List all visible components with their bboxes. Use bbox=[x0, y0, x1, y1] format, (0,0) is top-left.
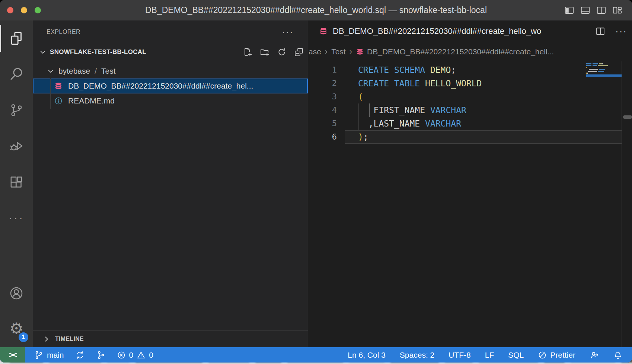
activity-bar-item-explorer[interactable] bbox=[0, 22, 33, 55]
activity-bar-item-more-actions[interactable]: ··· bbox=[0, 201, 33, 234]
current-line-highlight bbox=[345, 130, 622, 144]
ellipsis-icon: ··· bbox=[9, 211, 24, 224]
tab-bar: DB_DEMO_BB##202212152030##ddl##create_he… bbox=[308, 20, 632, 42]
workbench: ···⚙1 EXPLORER ··· SNOWFLAKE-TEST-BB-LOC… bbox=[0, 20, 632, 347]
minimize-button[interactable] bbox=[21, 7, 27, 13]
tab-label: DB_DEMO_BB##202212152030##ddl##create_he… bbox=[333, 26, 541, 36]
tree-file[interactable]: DB_DEMO_BB##202212152030##ddl##create_he… bbox=[33, 79, 308, 93]
formatter-status[interactable]: Prettier bbox=[538, 351, 575, 360]
folder-name: bytebase bbox=[58, 67, 90, 76]
toggle-panel-icon[interactable] bbox=[580, 5, 590, 15]
editor-group: DB_DEMO_BB##202212152030##ddl##create_he… bbox=[308, 20, 632, 347]
breadcrumb-separator: › bbox=[349, 47, 352, 57]
branch-status[interactable]: main bbox=[34, 350, 64, 360]
line-number: 1 bbox=[308, 63, 337, 77]
new-file-icon[interactable] bbox=[242, 47, 253, 57]
language-status[interactable]: SQL bbox=[508, 351, 524, 360]
indentation-status[interactable]: Spaces: 2 bbox=[400, 351, 434, 360]
toggle-primary-sidebar-icon[interactable] bbox=[564, 5, 574, 15]
refresh-explorer-icon[interactable] bbox=[277, 47, 287, 57]
explorer-more-actions-icon[interactable]: ··· bbox=[282, 26, 294, 38]
file-tree: bytebase/TestDB_DEMO_BB##202212152030##d… bbox=[33, 64, 308, 108]
zoom-button[interactable] bbox=[35, 7, 41, 13]
code-editor[interactable]: 123456 CREATE SCHEMA DEMO;CREATE TABLE H… bbox=[308, 61, 632, 347]
file-name: README.md bbox=[68, 96, 115, 105]
window-controls bbox=[7, 7, 41, 13]
activity-bar-item-accounts[interactable] bbox=[0, 277, 33, 310]
slash-circle-icon bbox=[538, 351, 547, 360]
breadcrumb-separator: › bbox=[325, 47, 328, 57]
activity-bar-item-run-debug[interactable] bbox=[0, 130, 33, 162]
notifications-status[interactable] bbox=[613, 351, 622, 360]
new-folder-icon[interactable] bbox=[259, 47, 270, 57]
split-editor-icon[interactable] bbox=[595, 26, 606, 36]
breadcrumb-item[interactable]: ase bbox=[309, 47, 321, 56]
line-number: 3 bbox=[308, 90, 337, 103]
code-line: ); bbox=[358, 130, 368, 144]
eol-status[interactable]: LF bbox=[485, 351, 494, 360]
sync-icon bbox=[75, 350, 85, 360]
breadcrumb-label: DB_DEMO_BB##202212152030##ddl##create_he… bbox=[367, 47, 554, 56]
workspace-section-header[interactable]: SNOWFLAKE-TEST-BB-LOCAL bbox=[33, 44, 308, 61]
folder-separator: / bbox=[94, 67, 98, 76]
chevron-right-icon bbox=[42, 335, 51, 343]
activity-bar-item-search[interactable] bbox=[0, 57, 33, 90]
remote-indicator[interactable]: >< bbox=[0, 347, 25, 363]
extensions-icon bbox=[9, 175, 24, 190]
minimap-line bbox=[586, 73, 622, 74]
sync-status[interactable] bbox=[75, 350, 85, 360]
run-debug-icon bbox=[9, 138, 24, 153]
breadcrumb-item[interactable]: DB_DEMO_BB##202212152030##ddl##create_he… bbox=[356, 47, 554, 56]
breadcrumb-item[interactable]: Test bbox=[331, 47, 346, 56]
scrollbar-thumb[interactable] bbox=[623, 115, 632, 119]
sidebar-explorer: EXPLORER ··· SNOWFLAKE-TEST-BB-LOCAL byt… bbox=[33, 20, 308, 347]
minimap-line bbox=[586, 65, 622, 66]
minimap-current-line bbox=[586, 74, 622, 77]
toggle-secondary-sidebar-icon[interactable] bbox=[596, 5, 606, 15]
activity-bar-item-source-control[interactable] bbox=[0, 94, 33, 127]
settings-badge: 1 bbox=[18, 332, 29, 343]
breadcrumb-label: ase bbox=[309, 47, 321, 56]
chevron-down-icon bbox=[47, 67, 55, 75]
workspace-name: SNOWFLAKE-TEST-BB-LOCAL bbox=[50, 48, 146, 56]
minimap-line bbox=[586, 63, 622, 64]
git-branch-icon bbox=[34, 350, 44, 360]
close-button[interactable] bbox=[7, 7, 13, 13]
search-icon bbox=[9, 66, 24, 81]
activity-bar-item-extensions[interactable] bbox=[0, 166, 33, 199]
explorer-actions bbox=[242, 47, 304, 57]
line-number: 2 bbox=[308, 77, 337, 90]
timeline-section-header[interactable]: TIMELINE bbox=[33, 331, 308, 347]
explorer-title: EXPLORER bbox=[47, 29, 80, 35]
minimap[interactable] bbox=[586, 63, 622, 77]
status-right: Ln 6, Col 3 Spaces: 2 UTF-8 LF SQL Prett… bbox=[348, 350, 622, 360]
warning-count: 0 bbox=[149, 351, 153, 360]
breadcrumb-label: Test bbox=[331, 47, 346, 56]
code-line: ,LAST_NAME VARCHAR bbox=[358, 117, 461, 130]
person-feedback-icon bbox=[590, 350, 599, 360]
minimap-line bbox=[586, 69, 622, 70]
problems-status[interactable]: 0 0 bbox=[117, 351, 153, 360]
error-count: 0 bbox=[129, 351, 134, 360]
customize-layout-icon[interactable] bbox=[612, 5, 622, 15]
line-number: 5 bbox=[308, 117, 337, 130]
database-file-icon bbox=[54, 82, 63, 90]
status-left: main 0 0 bbox=[34, 350, 153, 360]
scrollbar-divider bbox=[622, 61, 622, 347]
tree-folder-bytebase[interactable]: bytebase/Test bbox=[33, 64, 308, 79]
breadcrumbs: ase›Test›DB_DEMO_BB##202212152030##ddl##… bbox=[308, 42, 632, 61]
database-file-icon bbox=[356, 48, 364, 56]
cursor-position-status[interactable]: Ln 6, Col 3 bbox=[348, 351, 386, 360]
layout-actions bbox=[564, 5, 622, 15]
collapse-folders-icon[interactable] bbox=[294, 47, 304, 57]
git-graph-icon bbox=[96, 350, 106, 360]
feedback-status[interactable] bbox=[590, 350, 599, 360]
editor-more-actions-icon[interactable]: ··· bbox=[615, 26, 627, 37]
tree-file[interactable]: README.md bbox=[33, 93, 308, 108]
info-file-icon bbox=[54, 96, 63, 105]
editor-tab[interactable]: DB_DEMO_BB##202212152030##ddl##create_he… bbox=[308, 20, 583, 42]
formatter-name: Prettier bbox=[550, 351, 575, 360]
code-line: CREATE SCHEMA DEMO; bbox=[358, 63, 456, 77]
source-control-graph-status[interactable] bbox=[96, 350, 106, 360]
encoding-status[interactable]: UTF-8 bbox=[449, 351, 471, 360]
